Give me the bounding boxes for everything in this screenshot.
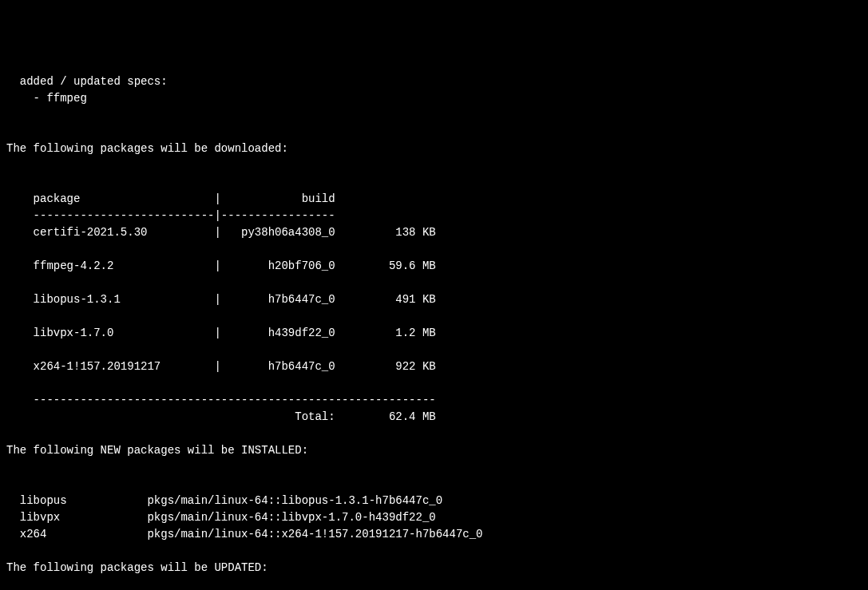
specs-header: added / updated specs: [6,75,168,88]
download-row: certifi-2021.5.30 | py38h06a4308_0 138 K… [6,224,862,241]
download-total: Total: 62.4 MB [6,410,436,423]
install-item: x264 pkgs/main/linux-64::x264-1!157.2019… [6,528,483,541]
terminal-output: added / updated specs: - ffmpeg The foll… [6,73,862,590]
download-table-divider: ---------------------------|------------… [6,209,335,222]
download-row: libvpx-1.7.0 | h439df22_0 1.2 MB [6,325,862,342]
install-item: libopus pkgs/main/linux-64::libopus-1.3.… [6,494,442,507]
download-row: x264-1!157.20191217 | h7b6447c_0 922 KB [6,358,862,375]
install-item: libvpx pkgs/main/linux-64::libvpx-1.7.0-… [6,511,436,524]
update-section-header: The following packages will be UPDATED: [6,560,862,576]
spec-item: - ffmpeg [6,92,87,105]
install-section-header: The following NEW packages will be INSTA… [6,442,862,459]
download-section-header: The following packages will be downloade… [6,141,862,157]
download-row: libopus-1.3.1 | h7b6447c_0 491 KB [6,291,862,308]
download-table-header: package | build [6,192,335,205]
download-row: ffmpeg-4.2.2 | h20bf706_0 59.6 MB [6,258,862,275]
download-total-divider: ----------------------------------------… [6,394,436,406]
